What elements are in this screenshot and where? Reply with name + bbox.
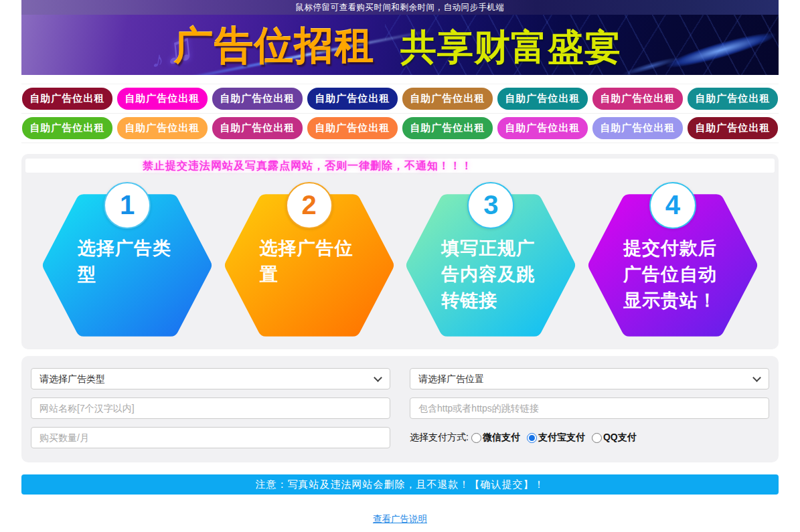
step-label: 选择广告位置	[260, 236, 367, 288]
ad-slot-button-row-1: 自助广告位出租自助广告位出租自助广告位出租自助广告位出租自助广告位出租自助广告位…	[21, 84, 779, 114]
site-name-field	[31, 397, 390, 419]
step-number-badge: 2	[286, 182, 333, 229]
payment-option-wechat[interactable]: 微信支付	[471, 432, 520, 444]
order-form: 请选择广告类型 请选择广告位置 选择支付方式: 微信支	[21, 356, 779, 462]
ad-instructions-link[interactable]: 查看广告说明	[373, 514, 427, 524]
ad-slot-button[interactable]: 自助广告位出租	[592, 117, 683, 139]
payment-radio-wechat[interactable]	[471, 433, 481, 443]
steps-panel: 禁止提交违法网站及写真露点网站，否则一律删除，不通知！！！ 1选择广告类型2选择…	[21, 154, 779, 349]
ad-position-field: 请选择广告位置	[410, 368, 769, 389]
ad-type-select[interactable]: 请选择广告类型	[31, 368, 390, 389]
step-number-badge: 4	[649, 182, 696, 229]
warning-text: 禁止提交违法网站及写真露点网站，否则一律删除，不通知！！！	[143, 159, 473, 173]
ad-slot-button[interactable]: 自助广告位出租	[22, 117, 112, 139]
ad-slot-button[interactable]: 自助广告位出租	[688, 88, 778, 110]
step-item-2: 2选择广告位置	[224, 182, 395, 341]
payment-option-qq[interactable]: QQ支付	[592, 432, 637, 444]
ad-slot-button[interactable]: 自助广告位出租	[402, 88, 493, 110]
payment-options: 微信支付支付宝支付QQ支付	[471, 432, 643, 444]
banner: ♫ ♪ 广告位招租 共享财富盛宴	[21, 15, 779, 75]
ad-slot-button[interactable]: 自助广告位出租	[22, 88, 112, 110]
confirm-submit-button[interactable]: 注意：写真站及违法网站会删除，且不退款！【确认提交】！	[21, 474, 779, 495]
footer: 查看广告说明	[21, 513, 779, 532]
steps-hexagons: 1选择广告类型2选择广告位置3填写正规广告内容及跳转链接4提交付款后广告位自动显…	[25, 182, 775, 341]
payment-option-alipay[interactable]: 支付宝支付	[527, 432, 585, 444]
payment-method-label: 选择支付方式:	[410, 432, 469, 444]
step-number-badge: 3	[467, 182, 514, 229]
confirm-submit-label: 注意：写真站及违法网站会删除，且不退款！【确认提交】！	[256, 478, 545, 490]
site-name-input[interactable]	[31, 397, 390, 419]
ad-slot-button[interactable]: 自助广告位出租	[117, 88, 208, 110]
ad-slot-button-row-2: 自助广告位出租自助广告位出租自助广告位出租自助广告位出租自助广告位出租自助广告位…	[21, 114, 779, 143]
ad-slot-button[interactable]: 自助广告位出租	[402, 117, 493, 139]
step-label: 选择广告类型	[78, 236, 185, 288]
link-field	[410, 397, 769, 419]
payment-radio-qq[interactable]	[592, 433, 602, 443]
ad-slot-button[interactable]: 自助广告位出租	[497, 117, 588, 139]
ad-slot-button[interactable]: 自助广告位出租	[212, 88, 303, 110]
banner-title: 广告位招租	[174, 20, 375, 72]
page: 鼠标停留可查看购买时间和剩余时间，自动同步手机端 ♫ ♪ 广告位招租 共享财富盛…	[0, 0, 800, 532]
warning-banner: 禁止提交违法网站及写真露点网站，否则一律删除，不通知！！！	[25, 159, 775, 173]
ad-slot-button[interactable]: 自助广告位出租	[688, 117, 778, 139]
step-item-4: 4提交付款后广告位自动显示贵站！	[587, 182, 758, 341]
payment-radio-alipay[interactable]	[527, 433, 537, 443]
ad-slot-button[interactable]: 自助广告位出租	[497, 88, 588, 110]
step-number-badge: 1	[104, 182, 151, 229]
step-label: 提交付款后广告位自动显示贵站！	[623, 236, 730, 314]
topbar-notice-text: 鼠标停留可查看购买时间和剩余时间，自动同步手机端	[296, 3, 505, 12]
step-item-1: 1选择广告类型	[42, 182, 213, 341]
ad-slot-button[interactable]: 自助广告位出租	[307, 88, 398, 110]
jump-link-input[interactable]	[410, 397, 769, 419]
music-note-icon-small: ♪	[151, 46, 167, 74]
ad-type-field: 请选择广告类型	[31, 368, 390, 389]
ad-slot-button[interactable]: 自助广告位出租	[307, 117, 398, 139]
step-label: 填写正规广告内容及跳转链接	[441, 236, 548, 314]
ad-slot-button-grid: 自助广告位出租自助广告位出租自助广告位出租自助广告位出租自助广告位出租自助广告位…	[21, 84, 779, 143]
payment-method-row: 选择支付方式: 微信支付支付宝支付QQ支付	[410, 427, 769, 448]
quantity-field	[31, 427, 390, 448]
topbar-notice: 鼠标停留可查看购买时间和剩余时间，自动同步手机端	[21, 0, 779, 15]
ad-position-select[interactable]: 请选择广告位置	[410, 368, 769, 389]
step-item-3: 3填写正规广告内容及跳转链接	[405, 182, 576, 341]
quantity-input[interactable]	[31, 427, 390, 448]
banner-subtitle: 共享财富盛宴	[400, 23, 621, 72]
ad-slot-button[interactable]: 自助广告位出租	[212, 117, 303, 139]
ad-slot-button[interactable]: 自助广告位出租	[117, 117, 208, 139]
ad-slot-button[interactable]: 自助广告位出租	[592, 88, 683, 110]
